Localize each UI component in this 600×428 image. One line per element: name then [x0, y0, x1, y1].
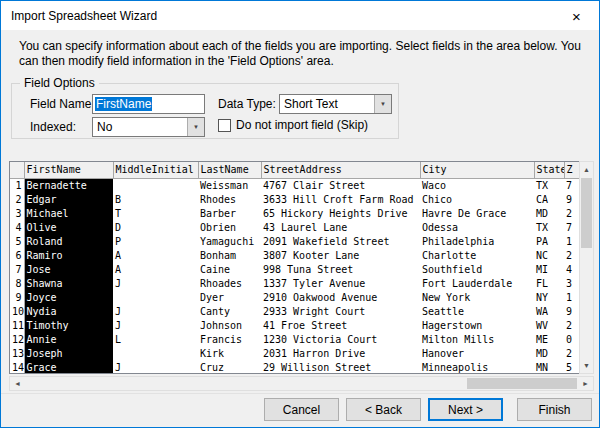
grid-cell[interactable]: 65 Hickory Heights Drive [261, 207, 420, 221]
grid-cell[interactable]: Yamaguchi [198, 235, 261, 249]
vertical-scrollbar[interactable]: ▲ ▼ [579, 161, 594, 374]
grid-cell[interactable]: 3633 Hill Croft Farm Road [261, 193, 420, 207]
grid-cell[interactable]: NY [534, 291, 564, 305]
grid-cell[interactable]: 2091 Wakefield Street [261, 235, 420, 249]
grid-cell[interactable]: Ramiro [24, 249, 113, 263]
grid-cell[interactable]: Jose [24, 263, 113, 277]
grid-cell[interactable]: New York [420, 291, 534, 305]
grid-cell[interactable]: Canty [198, 305, 261, 319]
grid-cell[interactable]: Rhodes [198, 193, 261, 207]
grid-cell[interactable]: A [113, 263, 198, 277]
grid-cell[interactable]: Roland [24, 235, 113, 249]
field-name-input[interactable]: FirstName [92, 94, 205, 114]
grid-cell[interactable]: 9 [564, 193, 579, 207]
grid-cell[interactable]: Hanover [420, 347, 534, 361]
grid-cell[interactable]: 2 [564, 319, 579, 333]
grid-cell[interactable]: T [113, 207, 198, 221]
vertical-scroll-thumb[interactable] [581, 178, 592, 248]
grid-cell[interactable]: Fort Lauderdale [420, 277, 534, 291]
grid-cell[interactable]: CA [534, 193, 564, 207]
grid-cell[interactable]: MN [534, 361, 564, 375]
chevron-down-icon[interactable]: ▼ [374, 95, 391, 113]
grid-cell[interactable]: 1337 Tyler Avenue [261, 277, 420, 291]
grid-cell[interactable]: 2 [564, 207, 579, 221]
grid-cell[interactable]: 4767 Clair Street [261, 178, 420, 193]
grid-cell[interactable]: 43 Laurel Lane [261, 221, 420, 235]
column-header-state[interactable]: State [534, 162, 564, 178]
grid-cell[interactable]: Shawna [24, 277, 113, 291]
grid-cell[interactable]: Joyce [24, 291, 113, 305]
grid-cell[interactable]: Bernadette [24, 178, 113, 193]
grid-cell[interactable]: J [113, 277, 198, 291]
grid-cell[interactable]: NC [534, 249, 564, 263]
grid-cell[interactable]: MD [534, 347, 564, 361]
grid-cell[interactable]: 2 [564, 347, 579, 361]
grid-cell[interactable]: 5 [564, 361, 579, 375]
grid-cell[interactable]: A [113, 249, 198, 263]
grid-cell[interactable]: 998 Tuna Street [261, 263, 420, 277]
grid-cell[interactable]: 0 [564, 333, 579, 347]
grid-cell[interactable]: Cruz [198, 361, 261, 375]
grid-cell[interactable]: D [113, 221, 198, 235]
grid-cell[interactable]: J [113, 305, 198, 319]
grid-cell[interactable]: Edgar [24, 193, 113, 207]
grid-cell[interactable]: 2 [564, 249, 579, 263]
column-header-city[interactable]: City [420, 162, 534, 178]
grid-cell[interactable]: 3 [564, 277, 579, 291]
grid-cell[interactable]: Olive [24, 221, 113, 235]
grid-cell[interactable]: Southfield [420, 263, 534, 277]
column-header-lastname[interactable]: LastName [198, 162, 261, 178]
grid-cell[interactable]: L [113, 333, 198, 347]
grid-cell[interactable]: B [113, 193, 198, 207]
grid-cell[interactable]: MI [534, 263, 564, 277]
grid-cell[interactable]: Charlotte [420, 249, 534, 263]
grid-cell[interactable]: FL [534, 277, 564, 291]
grid-cell[interactable]: Milton Mills [420, 333, 534, 347]
grid-cell[interactable]: TX [534, 178, 564, 193]
grid-cell[interactable]: Dyer [198, 291, 261, 305]
grid-cell[interactable]: Obrien [198, 221, 261, 235]
grid-cell[interactable]: 1 [564, 235, 579, 249]
grid-cell[interactable] [113, 291, 198, 305]
grid-cell[interactable]: Caine [198, 263, 261, 277]
grid-cell[interactable]: 7 [564, 221, 579, 235]
grid-cell[interactable] [113, 178, 198, 193]
grid-cell[interactable]: 2933 Wright Court [261, 305, 420, 319]
next-button[interactable]: Next > [428, 398, 503, 421]
grid-cell[interactable]: 7 [564, 178, 579, 193]
grid-cell[interactable]: Barber [198, 207, 261, 221]
column-header-z[interactable]: Z [564, 162, 579, 178]
grid-cell[interactable]: P [113, 235, 198, 249]
finish-button[interactable]: Finish [517, 398, 592, 421]
scroll-left-icon[interactable]: ◄ [10, 377, 25, 390]
grid-cell[interactable]: MD [534, 207, 564, 221]
grid-cell[interactable]: Johnson [198, 319, 261, 333]
grid-cell[interactable]: Havre De Grace [420, 207, 534, 221]
grid-cell[interactable] [113, 347, 198, 361]
grid-cell[interactable]: Chico [420, 193, 534, 207]
grid-cell[interactable]: J [113, 361, 198, 375]
grid-cell[interactable]: 1 [564, 291, 579, 305]
grid-cell[interactable]: Joseph [24, 347, 113, 361]
grid-cell[interactable]: 41 Froe Street [261, 319, 420, 333]
grid-cell[interactable]: Philadelphia [420, 235, 534, 249]
back-button[interactable]: < Back [346, 398, 421, 421]
grid-cell[interactable]: 2910 Oakwood Avenue [261, 291, 420, 305]
cancel-button[interactable]: Cancel [264, 398, 339, 421]
grid-cell[interactable]: Rhoades [198, 277, 261, 291]
grid-cell[interactable]: 9 [564, 305, 579, 319]
grid-cell[interactable]: Nydia [24, 305, 113, 319]
column-header-firstname[interactable]: FirstName [24, 162, 113, 178]
grid-cell[interactable]: Odessa [420, 221, 534, 235]
grid-cell[interactable]: Annie [24, 333, 113, 347]
grid-cell[interactable]: Grace [24, 361, 113, 375]
horizontal-scrollbar[interactable]: ◄ ► [9, 376, 594, 391]
chevron-down-icon[interactable]: ▼ [187, 118, 204, 136]
grid-cell[interactable]: 1230 Victoria Court [261, 333, 420, 347]
skip-field-checkbox[interactable] [218, 119, 231, 132]
grid-cell[interactable]: WA [534, 305, 564, 319]
grid-cell[interactable]: Hagerstown [420, 319, 534, 333]
grid-cell[interactable]: Waco [420, 178, 534, 193]
grid-cell[interactable]: 3807 Kooter Lane [261, 249, 420, 263]
grid-cell[interactable]: ME [534, 333, 564, 347]
